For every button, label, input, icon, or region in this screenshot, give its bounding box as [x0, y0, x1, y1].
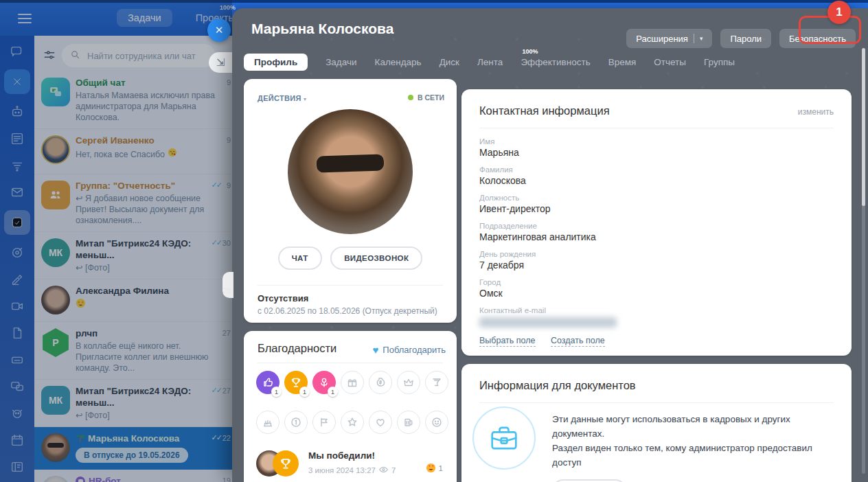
collapse-panel-button[interactable]: ⇲: [209, 52, 232, 73]
tab-efficiency[interactable]: 100%Эффективность: [521, 57, 590, 67]
field-name: ИмяМарьяна: [479, 137, 617, 158]
documents-title: Информация для документов: [479, 379, 636, 392]
choose-field-link[interactable]: Выбрать поле: [479, 336, 536, 347]
edit-link[interactable]: изменить: [798, 107, 834, 117]
scrollbar-thumb[interactable]: [862, 48, 865, 206]
profile-tabs: Профиль Задачи Календарь Диск Лента 100%…: [244, 54, 735, 71]
profile-title: Марьяна Колоскова: [251, 21, 393, 37]
contact-info-card: Контактная информация изменить ИмяМарьян…: [461, 89, 852, 356]
profile-photo[interactable]: [288, 109, 413, 234]
trophy-badge[interactable]: 1: [284, 371, 308, 394]
documents-description: Эти данные могут использоваться в кадров…: [552, 412, 836, 482]
blue-heart-icon: ♥: [372, 344, 378, 356]
slider-handle[interactable]: [222, 272, 233, 298]
medal-one-badge[interactable]: [284, 411, 308, 434]
thumb-up-badge[interactable]: 1: [256, 371, 279, 394]
gift-badge[interactable]: [341, 371, 364, 394]
profile-actions-row: ЧАТ ВИДЕОЗВОНОК: [244, 246, 457, 270]
flower-badge[interactable]: 1: [312, 371, 336, 394]
crown-badge[interactable]: [397, 371, 420, 394]
blurred-email-value: [479, 317, 617, 328]
cake-badge[interactable]: [256, 411, 279, 434]
reaction[interactable]: 1: [426, 463, 443, 473]
heart-badge[interactable]: [369, 411, 392, 434]
field-birthday: День рождения7 декабря: [479, 250, 617, 271]
heart-eyes-emoji: [426, 463, 436, 473]
badges-row-2: [256, 411, 448, 434]
beer-badge[interactable]: [397, 411, 420, 434]
chevron-down-icon: ▾: [304, 96, 306, 102]
sunglasses: [316, 154, 384, 173]
profile-slider: Марьяна Колоскова Расширения▾ Пароли Без…: [232, 8, 868, 482]
tab-time[interactable]: Время: [608, 57, 637, 67]
badges-row-1: 1 1 1: [256, 371, 448, 394]
online-status: В СЕТИ: [408, 93, 444, 102]
chat-button[interactable]: ЧАТ: [278, 246, 322, 270]
gratitude-title: Благодарности: [258, 342, 336, 355]
actions-dropdown[interactable]: ДЕЙСТВИЯ ▾: [258, 94, 306, 102]
gratitude-entry[interactable]: Мы победили! 3 июня 2024 13:27 7 1: [256, 448, 444, 482]
dim-overlay: [0, 0, 232, 482]
contact-title: Контактная информация: [479, 104, 610, 117]
badge-count: 1: [328, 387, 338, 397]
field-city: ГородОмск: [479, 278, 617, 299]
field-department: ПодразделениеМаркетинговая аналитика: [479, 222, 617, 242]
collapse-arrow-icon: ⇲: [216, 56, 225, 69]
contact-fields: ИмяМарьяна ФамилияКолоскова ДолжностьИве…: [479, 137, 617, 328]
annotation-step-badge: 1: [827, 1, 851, 24]
flag-badge[interactable]: [312, 411, 336, 434]
tab-groups[interactable]: Группы: [704, 57, 735, 67]
field-position: ДолжностьИвент-директор: [479, 194, 617, 214]
field-email: Контактный e-mail: [479, 306, 617, 328]
tab-profile[interactable]: Профиль: [244, 54, 308, 71]
efficiency-percent-label: 100%: [522, 48, 538, 55]
briefcase-icon: [472, 406, 536, 470]
tab-disk[interactable]: Диск: [439, 57, 459, 67]
app-window: Задачи Проекты Потоки Скрам Эфф 100%: [0, 0, 868, 482]
close-slider-button[interactable]: ✕: [207, 19, 231, 42]
tab-calendar[interactable]: Календарь: [375, 57, 422, 67]
create-field-link[interactable]: Создать поле: [551, 336, 605, 347]
views-eye-icon: [379, 466, 388, 474]
field-links: Выбрать поле Создать поле: [479, 334, 617, 346]
trophy-chip-icon: [273, 450, 299, 477]
profile-card: ДЕЙСТВИЯ ▾ В СЕТИ ЧАТ ВИДЕОЗВОНОК Отсутс…: [244, 79, 457, 323]
absence-dates: с 02.06.2025 по 18.05.2026 (Отпуск декре…: [258, 306, 437, 316]
gratitude-card: Благодарности ♥Поблагодарить 1 1 1: [244, 331, 457, 482]
tab-reports[interactable]: Отчеты: [654, 57, 686, 67]
money-bag-badge[interactable]: [369, 371, 392, 394]
field-lastname: ФамилияКолоскова: [479, 165, 617, 186]
entry-title: Мы победили!: [308, 450, 375, 461]
passwords-button[interactable]: Пароли: [720, 29, 771, 48]
chevron-down-icon: ▾: [700, 35, 703, 42]
entry-meta: 3 июня 2024 13:27 7: [308, 466, 396, 474]
badge-count: 1: [271, 387, 282, 397]
absence-title: Отсутствия: [258, 293, 308, 303]
close-icon: ✕: [215, 24, 224, 36]
tab-tasks[interactable]: Задачи: [326, 57, 356, 67]
documents-card: Информация для документов Эти данные мог…: [461, 364, 852, 482]
star-badge[interactable]: [341, 411, 364, 434]
tab-feed[interactable]: Лента: [477, 57, 503, 67]
video-call-button[interactable]: ВИДЕОЗВОНОК: [330, 246, 422, 270]
extensions-button[interactable]: Расширения▾: [626, 29, 712, 48]
cocktail-badge[interactable]: [425, 371, 448, 394]
badge-count: 1: [299, 387, 310, 397]
smiley-badge[interactable]: [425, 411, 448, 434]
online-dot: [408, 95, 413, 100]
edit-documents-button[interactable]: ИЗМЕНИТЬ: [552, 479, 626, 482]
thank-button[interactable]: ♥Поблагодарить: [372, 344, 446, 356]
